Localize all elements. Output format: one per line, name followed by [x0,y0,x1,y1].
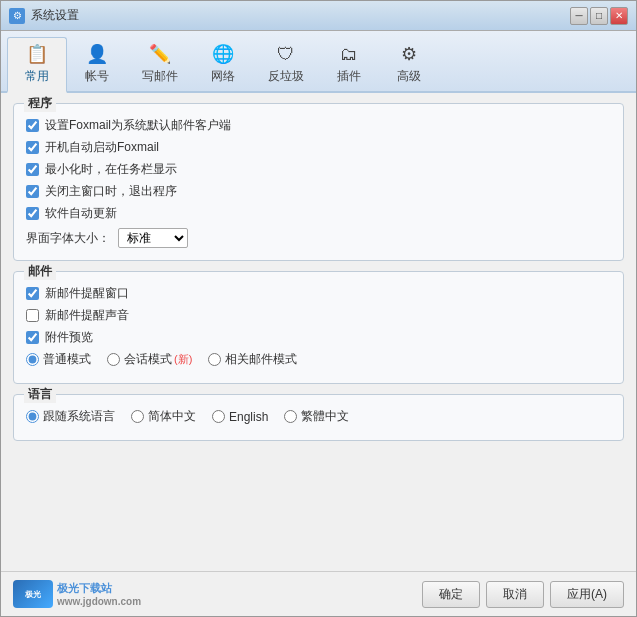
bottom-bar: 极光 极光下载站 www.jgdown.com 确定 取消 应用(A) [1,571,636,616]
window-icon: ⚙ [9,8,25,24]
checkbox-row-default_client: 设置Foxmail为系统默认邮件客户端 [26,117,611,134]
font-size-label: 界面字体大小： [26,230,110,247]
tab-common[interactable]: 📋常用 [7,37,67,93]
mail-checkbox-row-new_mail_popup: 新邮件提醒窗口 [26,285,611,302]
settings-content: 程序 设置Foxmail为系统默认邮件客户端开机自动启动Foxmail最小化时，… [1,93,636,571]
checkbox-minimize_tray[interactable] [26,163,39,176]
tab-compose[interactable]: ✏️写邮件 [127,37,193,91]
lang-label-system[interactable]: 跟随系统语言 [26,408,115,425]
checkbox-label-minimize_tray: 最小化时，在任务栏显示 [45,161,177,178]
title-buttons: ─ □ ✕ [570,7,628,25]
mail-checkbox-new_mail_popup[interactable] [26,287,39,300]
mail-checkbox-label-attachment_preview: 附件预览 [45,329,93,346]
maximize-button[interactable]: □ [590,7,608,25]
program-section: 程序 设置Foxmail为系统默认邮件客户端开机自动启动Foxmail最小化时，… [13,103,624,261]
mail-checkbox-new_mail_sound[interactable] [26,309,39,322]
checkbox-close_exit[interactable] [26,185,39,198]
program-section-title: 程序 [24,95,56,112]
mail-checkboxes: 新邮件提醒窗口新邮件提醒声音附件预览 [26,285,611,346]
language-section: 语言 跟随系统语言简体中文English繁體中文 [13,394,624,441]
mail-mode-radio-conversation[interactable] [107,353,120,366]
language-section-title: 语言 [24,386,56,403]
cancel-button[interactable]: 取消 [486,581,544,608]
plugins-tab-icon: 🗂 [337,42,361,66]
mail-checkbox-row-new_mail_sound: 新邮件提醒声音 [26,307,611,324]
lang-text-traditional: 繁體中文 [301,408,349,425]
watermark-url: www.jgdown.com [57,596,141,607]
compose-tab-label: 写邮件 [142,68,178,85]
program-checkboxes: 设置Foxmail为系统默认邮件客户端开机自动启动Foxmail最小化时，在任务… [26,117,611,222]
window-title: 系统设置 [31,7,570,24]
mail-checkbox-label-new_mail_popup: 新邮件提醒窗口 [45,285,129,302]
mail-checkbox-row-attachment_preview: 附件预览 [26,329,611,346]
checkbox-auto_start[interactable] [26,141,39,154]
common-tab-label: 常用 [25,68,49,85]
checkbox-row-minimize_tray: 最小化时，在任务栏显示 [26,161,611,178]
mail-mode-text-related: 相关邮件模式 [225,351,297,368]
lang-text-system: 跟随系统语言 [43,408,115,425]
mail-section-title: 邮件 [24,263,56,280]
mail-mode-group: 普通模式会话模式(新)相关邮件模式 [26,351,611,368]
mail-mode-text-conversation: 会话模式 [124,351,172,368]
close-button[interactable]: ✕ [610,7,628,25]
lang-label-simplified[interactable]: 简体中文 [131,408,196,425]
antispam-tab-icon: 🛡 [274,42,298,66]
checkbox-row-close_exit: 关闭主窗口时，退出程序 [26,183,611,200]
mail-mode-label-related[interactable]: 相关邮件模式 [208,351,297,368]
checkbox-label-auto_start: 开机自动启动Foxmail [45,139,159,156]
watermark-logo: 极光 [13,580,53,608]
font-size-select[interactable]: 标准小大 [118,228,188,248]
tab-antispam[interactable]: 🛡反垃圾 [253,37,319,91]
lang-text-simplified: 简体中文 [148,408,196,425]
mail-mode-radio-related[interactable] [208,353,221,366]
advanced-tab-label: 高级 [397,68,421,85]
mail-checkbox-attachment_preview[interactable] [26,331,39,344]
lang-label-traditional[interactable]: 繁體中文 [284,408,349,425]
tab-plugins[interactable]: 🗂插件 [319,37,379,91]
network-tab-icon: 🌐 [211,42,235,66]
mail-mode-radio-normal[interactable] [26,353,39,366]
checkbox-label-auto_update: 软件自动更新 [45,205,117,222]
checkbox-row-auto_update: 软件自动更新 [26,205,611,222]
advanced-tab-icon: ⚙ [397,42,421,66]
lang-text-english: English [229,410,268,424]
ok-button[interactable]: 确定 [422,581,480,608]
lang-radio-system[interactable] [26,410,39,423]
checkbox-label-default_client: 设置Foxmail为系统默认邮件客户端 [45,117,231,134]
mail-checkbox-label-new_mail_sound: 新邮件提醒声音 [45,307,129,324]
common-tab-icon: 📋 [25,42,49,66]
new-badge-conversation: (新) [174,352,192,367]
mail-mode-label-normal[interactable]: 普通模式 [26,351,91,368]
watermark: 极光 极光下载站 www.jgdown.com [13,580,141,608]
apply-button[interactable]: 应用(A) [550,581,624,608]
title-bar: ⚙ 系统设置 ─ □ ✕ [1,1,636,31]
checkbox-default_client[interactable] [26,119,39,132]
checkbox-auto_update[interactable] [26,207,39,220]
checkbox-label-close_exit: 关闭主窗口时，退出程序 [45,183,177,200]
lang-radio-simplified[interactable] [131,410,144,423]
tab-advanced[interactable]: ⚙高级 [379,37,439,91]
compose-tab-icon: ✏️ [148,42,172,66]
tab-network[interactable]: 🌐网络 [193,37,253,91]
language-group: 跟随系统语言简体中文English繁體中文 [26,408,611,425]
antispam-tab-label: 反垃圾 [268,68,304,85]
lang-radio-traditional[interactable] [284,410,297,423]
account-tab-icon: 👤 [85,42,109,66]
mail-mode-label-conversation[interactable]: 会话模式(新) [107,351,192,368]
minimize-button[interactable]: ─ [570,7,588,25]
account-tab-label: 帐号 [85,68,109,85]
tab-account[interactable]: 👤帐号 [67,37,127,91]
watermark-site: 极光下载站 [57,581,141,596]
font-size-row: 界面字体大小： 标准小大 [26,228,611,248]
lang-radio-english[interactable] [212,410,225,423]
checkbox-row-auto_start: 开机自动启动Foxmail [26,139,611,156]
plugins-tab-label: 插件 [337,68,361,85]
mail-mode-text-normal: 普通模式 [43,351,91,368]
network-tab-label: 网络 [211,68,235,85]
mail-section: 邮件 新邮件提醒窗口新邮件提醒声音附件预览 普通模式会话模式(新)相关邮件模式 [13,271,624,384]
tab-bar: 📋常用👤帐号✏️写邮件🌐网络🛡反垃圾🗂插件⚙高级 [1,31,636,93]
lang-label-english[interactable]: English [212,410,268,424]
system-settings-window: ⚙ 系统设置 ─ □ ✕ 📋常用👤帐号✏️写邮件🌐网络🛡反垃圾🗂插件⚙高级 程序… [0,0,637,617]
